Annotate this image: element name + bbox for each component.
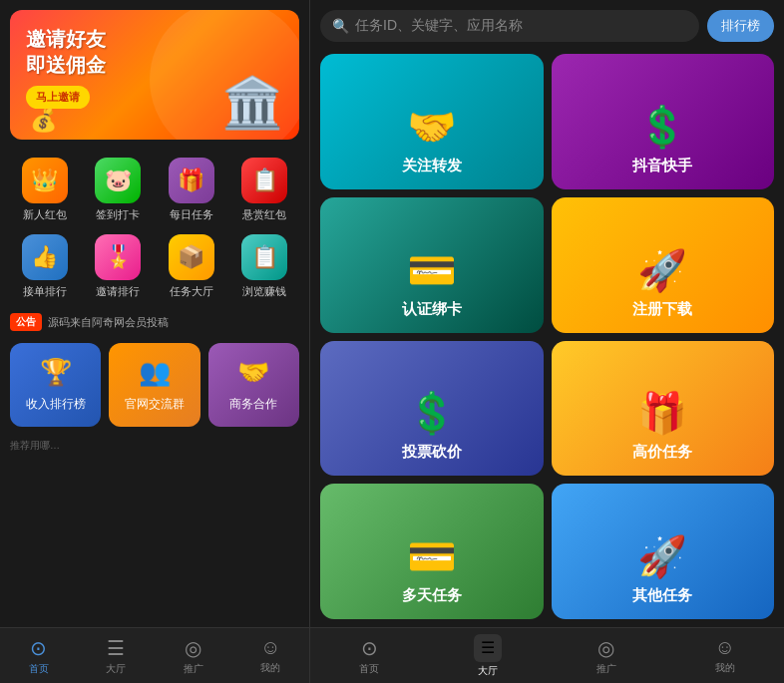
vote-icon: 💲 xyxy=(407,390,457,437)
home-icon: ⊙ xyxy=(30,636,47,660)
right-hall-icon: ☰ xyxy=(481,638,495,657)
quick-icon-browse-earn[interactable]: 📋 浏览赚钱 xyxy=(228,228,302,305)
cat-bind-card[interactable]: 💳 认证绑卡 xyxy=(320,197,544,333)
cat-register-download[interactable]: 🚀 注册下载 xyxy=(552,197,775,333)
reward-redpacket-icon: 📋 xyxy=(241,158,287,203)
banner[interactable]: 邀请好友即送佣金 马上邀请 🏛️ 💰 xyxy=(10,10,299,140)
douyin-label: 抖音快手 xyxy=(632,157,692,175)
notice-text: 源码来自阿奇网会员投稿 xyxy=(48,315,169,330)
new-redpacket-icon: 👑 xyxy=(22,158,68,203)
left-bottom-nav: ⊙ 首页 ☰ 大厅 ◎ 推广 ☺ 我的 xyxy=(0,627,309,683)
vote-label: 投票砍价 xyxy=(402,443,462,462)
new-redpacket-label: 新人红包 xyxy=(23,207,67,222)
card-official-group[interactable]: 👥 官网交流群 xyxy=(109,343,199,427)
quick-icon-task-hall[interactable]: 📦 任务大厅 xyxy=(155,228,228,305)
right-bottom-nav: ⊙ 首页 ☰ 大厅 ◎ 推广 ☺ 我的 xyxy=(310,627,784,683)
search-icon: 🔍 xyxy=(332,18,349,34)
hall-icon: ☰ xyxy=(107,636,125,660)
card-income-rank[interactable]: 🏆 收入排行榜 xyxy=(10,343,101,427)
banner-building-icon: 🏛️ xyxy=(221,74,283,132)
high-value-icon: 🎁 xyxy=(637,390,687,437)
cat-multi-day-task[interactable]: 💳 多天任务 xyxy=(320,484,544,619)
income-rank-icon: 🏆 xyxy=(40,357,72,388)
right-promote-label: 推广 xyxy=(596,662,616,676)
left-nav-hall[interactable]: ☰ 大厅 xyxy=(78,628,156,683)
notice-badge: 公告 xyxy=(10,313,42,331)
banner-coin-icon: 💰 xyxy=(30,108,57,134)
left-nav-home[interactable]: ⊙ 首页 xyxy=(0,628,78,683)
bottom-hint: 推荐用哪… xyxy=(0,435,309,457)
right-hall-label: 大厅 xyxy=(478,664,498,678)
checkin-icon: 🐷 xyxy=(95,158,141,203)
browse-earn-label: 浏览赚钱 xyxy=(242,284,286,299)
daily-task-icon: 🎁 xyxy=(169,158,214,203)
left-panel: 邀请好友即送佣金 马上邀请 🏛️ 💰 👑 新人红包 🐷 签到打卡 🎁 每日任务 … xyxy=(0,0,309,683)
task-hall-icon: 📦 xyxy=(169,234,214,280)
right-nav-hall[interactable]: ☰ 大厅 xyxy=(429,628,548,683)
search-bar: 🔍 任务ID、关键字、应用名称 排行榜 xyxy=(310,0,784,50)
category-grid: 🤝 关注转发 💲 抖音快手 💳 认证绑卡 🚀 注册下载 💲 投票砍价 🎁 xyxy=(310,50,784,627)
follow-forward-label: 关注转发 xyxy=(402,157,462,175)
bind-card-icon: 💳 xyxy=(407,247,457,294)
search-input-wrap[interactable]: 🔍 任务ID、关键字、应用名称 xyxy=(320,10,699,42)
invite-rank-icon: 🎖️ xyxy=(95,234,141,280)
mine-label: 我的 xyxy=(260,661,280,675)
home-label: 首页 xyxy=(29,662,49,676)
right-promote-icon: ◎ xyxy=(597,636,614,660)
quick-icon-daily-task[interactable]: 🎁 每日任务 xyxy=(155,152,228,228)
douyin-icon: 💲 xyxy=(637,104,687,151)
invite-rank-label: 邀请排行 xyxy=(96,284,140,299)
follow-forward-icon: 🤝 xyxy=(407,104,457,151)
cat-douyin-kuaishou[interactable]: 💲 抖音快手 xyxy=(552,54,775,189)
cat-other-task[interactable]: 🚀 其他任务 xyxy=(552,484,775,619)
notice-bar: 公告 源码来自阿奇网会员投稿 xyxy=(10,313,299,331)
right-nav-home[interactable]: ⊙ 首页 xyxy=(310,628,429,683)
quick-icon-invite-rank[interactable]: 🎖️ 邀请排行 xyxy=(82,228,156,305)
cat-vote-discount[interactable]: 💲 投票砍价 xyxy=(320,341,544,477)
promote-label: 推广 xyxy=(184,662,203,676)
bind-card-label: 认证绑卡 xyxy=(402,300,462,319)
cat-follow-forward[interactable]: 🤝 关注转发 xyxy=(320,54,544,189)
register-icon: 🚀 xyxy=(637,247,687,294)
left-nav-mine[interactable]: ☺ 我的 xyxy=(232,628,310,683)
right-mine-label: 我的 xyxy=(715,661,735,675)
multi-day-icon: 💳 xyxy=(407,533,457,580)
browse-earn-icon: 📋 xyxy=(241,234,287,280)
right-mine-icon: ☺ xyxy=(714,636,734,659)
right-home-label: 首页 xyxy=(359,662,379,676)
income-rank-label: 收入排行榜 xyxy=(26,396,86,413)
reward-redpacket-label: 悬赏红包 xyxy=(242,207,286,222)
other-task-label: 其他任务 xyxy=(632,586,692,605)
cards-row: 🏆 收入排行榜 👥 官网交流群 🤝 商务合作 xyxy=(0,335,309,435)
order-rank-label: 接单排行 xyxy=(23,284,67,299)
quick-icon-checkin[interactable]: 🐷 签到打卡 xyxy=(82,152,156,228)
quick-icon-reward-redpacket[interactable]: 📋 悬赏红包 xyxy=(228,152,302,228)
official-group-icon: 👥 xyxy=(139,357,171,388)
rank-button[interactable]: 排行榜 xyxy=(707,10,774,42)
checkin-label: 签到打卡 xyxy=(96,207,140,222)
high-value-label: 高价任务 xyxy=(632,443,692,462)
other-task-icon: 🚀 xyxy=(637,533,687,580)
mine-icon: ☺ xyxy=(260,636,280,659)
left-nav-promote[interactable]: ◎ 推广 xyxy=(155,628,232,683)
right-panel: 🔍 任务ID、关键字、应用名称 排行榜 🤝 关注转发 💲 抖音快手 💳 认证绑卡… xyxy=(309,0,784,683)
right-nav-mine[interactable]: ☺ 我的 xyxy=(665,628,784,683)
promote-icon: ◎ xyxy=(185,636,201,660)
card-biz-coop[interactable]: 🤝 商务合作 xyxy=(208,343,299,427)
hall-label: 大厅 xyxy=(106,662,126,676)
task-hall-label: 任务大厅 xyxy=(170,284,213,299)
biz-coop-label: 商务合作 xyxy=(229,396,277,413)
biz-coop-icon: 🤝 xyxy=(237,357,269,388)
right-home-icon: ⊙ xyxy=(361,636,378,660)
official-group-label: 官网交流群 xyxy=(125,396,185,413)
quick-icon-new-redpacket[interactable]: 👑 新人红包 xyxy=(8,152,82,228)
right-nav-promote[interactable]: ◎ 推广 xyxy=(548,628,666,683)
banner-invite-button[interactable]: 马上邀请 xyxy=(26,86,90,109)
multi-day-label: 多天任务 xyxy=(402,586,462,605)
quick-icon-order-rank[interactable]: 👍 接单排行 xyxy=(8,228,82,305)
right-hall-icon-wrap: ☰ xyxy=(474,634,502,662)
order-rank-icon: 👍 xyxy=(22,234,68,280)
daily-task-label: 每日任务 xyxy=(170,207,213,222)
register-label: 注册下载 xyxy=(632,300,692,319)
cat-high-value-task[interactable]: 🎁 高价任务 xyxy=(552,341,775,477)
